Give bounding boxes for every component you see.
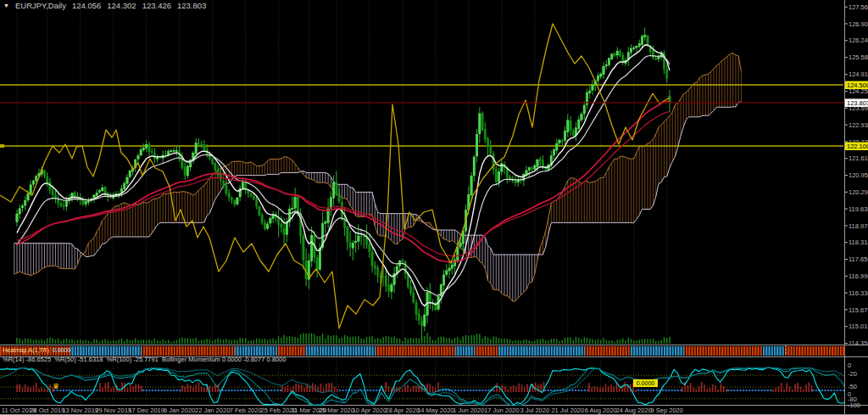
ohlc-open: 124.056 (72, 1, 101, 10)
level-price-tag: 124.500 (847, 81, 868, 89)
date-axis-label: 17 Dec 2019 (128, 407, 164, 414)
crown-marker-icon: ♛ (53, 382, 59, 390)
ma-white-fast (17, 45, 670, 306)
ohlc-low: 123.426 (142, 1, 171, 10)
price-axis-label: 121.610 (849, 154, 868, 162)
price-axis-label: 126.240 (849, 36, 868, 44)
oscillator-indicator-label: %R(14) -86.6525 %R(50) -51.6318 %R(100) … (3, 356, 286, 363)
ohlc-high: 124.302 (107, 1, 136, 10)
ma-crimson-fast (17, 102, 670, 262)
date-axis-label: 28 Apr 2020 (386, 407, 420, 414)
date-axis-label: 7 Feb 2020 (230, 407, 262, 414)
date-axis-label: 13 Nov 2019 (62, 407, 98, 414)
ribbon-indicator-label: Heatmap,A(1,TR)0.0000 (3, 346, 70, 355)
date-axis-label: 21 Jul 2020 (551, 407, 584, 414)
ribbon-indicator-name: Heatmap,A(1,TR) (3, 347, 49, 353)
date-axis-label: 28 Oct 2019 (30, 407, 64, 414)
oscillator-pane (0, 367, 845, 407)
ribbon-indicator-value: 0.0000 (53, 347, 70, 353)
date-axis-label: 29 Nov 2019 (95, 407, 131, 414)
yellow-indicator-line (0, 24, 670, 328)
chart-canvas[interactable]: ♛0.0000127.560126.900126.240125.580124.9… (0, 0, 868, 415)
price-axis-label: 125.580 (849, 53, 868, 61)
price-axis-label: 126.900 (849, 20, 868, 28)
oscillator-markers: ♛0.0000 (53, 379, 658, 390)
price-axis-label: 120.290 (849, 188, 868, 196)
price-axis-label: 116.330 (849, 289, 868, 297)
oscillator-axis-label: 0 (848, 362, 851, 369)
price-axis-label: 120.950 (849, 171, 868, 179)
mt4-chart-window: ♛0.0000127.560126.900126.240125.580124.9… (0, 0, 868, 415)
price-axis-label: 117.650 (849, 255, 868, 263)
price-axis-label: 118.310 (849, 238, 868, 246)
date-axis-label: 9 Sep 2020 (651, 407, 683, 414)
price-axis-label: 116.990 (849, 272, 868, 280)
date-axis-label: 24 Aug 2020 (616, 407, 652, 414)
volume-bars (16, 333, 670, 344)
horizontal-level-lines[interactable] (0, 85, 843, 148)
ohlc-close: 123.803 (177, 1, 206, 10)
price-axis[interactable]: 127.560126.900126.240125.580124.910124.2… (845, 3, 868, 409)
price-axis-label: 119.630 (849, 205, 868, 213)
oscillator-axis-label: -50 (848, 383, 857, 390)
date-axis-label: 17 Jun 2020 (484, 407, 519, 414)
price-axis-label: 122.930 (849, 121, 868, 129)
symbol-period-label: EURJPY,Daily (15, 1, 66, 10)
date-axis-label: 22 Jan 2020 (195, 407, 230, 414)
date-axis-label: 6 Jan 2020 (164, 407, 195, 414)
moving-averages (17, 45, 670, 306)
price-axis-label: 114.350 (849, 339, 868, 347)
chart-symbol-icon: ▼ (3, 3, 9, 8)
date-axis-label: 1 Jun 2020 (453, 407, 484, 414)
price-axis-label: 124.910 (849, 70, 868, 78)
oscillator-axis-label: -100 (848, 401, 860, 409)
date-axis-label: 6 Aug 2020 (585, 407, 617, 414)
price-axis-label: 115.670 (849, 306, 868, 314)
date-axis-label: 14 May 2020 (417, 407, 453, 414)
chart-title: ▼ EURJPY,Daily 124.056 124.302 123.426 1… (3, 1, 206, 10)
date-axis-label: 25 Mar 2020 (319, 407, 354, 414)
candles-layer (16, 28, 670, 339)
oscillator-axis-label: -20 (848, 370, 857, 378)
ma-crimson-slow (17, 112, 670, 256)
time-axis[interactable]: 11 Oct 201928 Oct 201913 Nov 201929 Nov … (2, 407, 683, 414)
momentum-value-tag: 0.0000 (637, 380, 655, 386)
price-axis-label: 115.010 (849, 322, 868, 330)
price-axis-label: 127.560 (849, 3, 868, 11)
price-axis-label: 118.970 (849, 222, 868, 230)
date-axis-label: 3 Jul 2020 (520, 407, 549, 414)
trend-ribbon (0, 345, 845, 356)
level-price-tag: 122.100 (847, 143, 868, 150)
current-price-tag: 123.803 (847, 99, 868, 107)
date-axis-label: 10 Apr 2020 (353, 407, 387, 414)
ichimoku-cloud-layer (14, 53, 742, 302)
ma-white-slow (17, 56, 670, 296)
